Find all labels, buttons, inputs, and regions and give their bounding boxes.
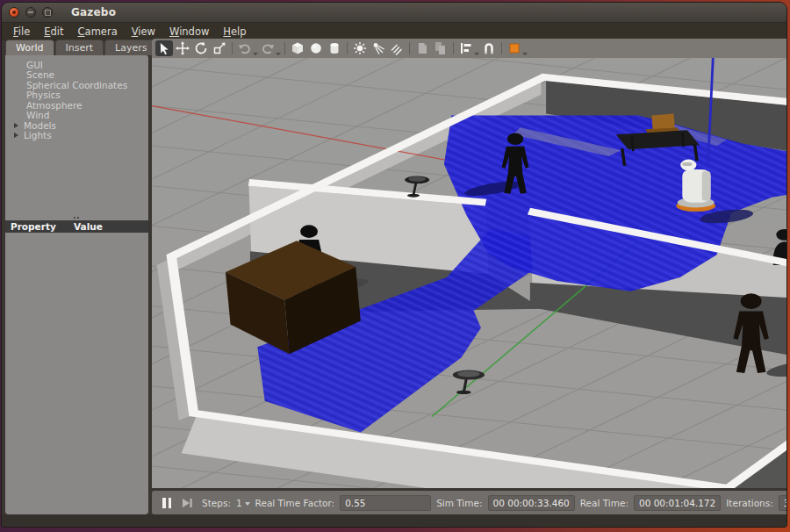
simulation-statusbar: Steps: 1 Real Time Factor: 0.55 Sim Time… — [152, 491, 786, 514]
property-table-body — [5, 233, 148, 514]
menu-edit[interactable]: Edit — [38, 25, 69, 39]
steps-spinner[interactable]: 1 — [236, 498, 250, 508]
value-column: Value — [74, 221, 103, 232]
property-column: Property — [5, 221, 74, 232]
tree-item-atmosphere[interactable]: Atmosphere — [5, 100, 148, 111]
steps-caret-icon[interactable] — [245, 502, 250, 506]
snap-tool-icon[interactable] — [480, 40, 498, 56]
tree-item-spherical-coordinates[interactable]: Spherical Coordinates — [5, 80, 148, 90]
real-time-value: 00 00:01:04.172 — [634, 495, 721, 511]
maximize-window-icon[interactable] — [42, 7, 53, 18]
expand-arrow-icon[interactable] — [14, 133, 18, 138]
property-table-header: Property Value — [5, 220, 148, 233]
rtf-value: 0.55 — [340, 495, 431, 511]
cylinder-tool-icon[interactable] — [326, 40, 343, 56]
minimize-window-icon[interactable] — [25, 7, 36, 18]
step-button[interactable] — [182, 498, 193, 508]
sim-time-label: Sim Time: — [436, 498, 482, 508]
menu-help[interactable]: Help — [217, 25, 252, 39]
align-caret[interactable] — [474, 53, 479, 55]
align-tool-icon[interactable] — [457, 40, 475, 56]
directional-light-tool-icon[interactable] — [388, 40, 406, 56]
point-light-tool-icon[interactable] — [351, 40, 369, 56]
menu-file[interactable]: File — [7, 25, 36, 39]
tab-world[interactable]: World — [5, 40, 54, 55]
iterations-value: 33460 — [779, 495, 786, 511]
select-tool-icon[interactable] — [155, 40, 173, 56]
menubar: File Edit Camera View Window Help — [2, 23, 786, 40]
window-bottom-edge — [2, 514, 786, 527]
tree-item-scene[interactable]: Scene — [5, 70, 148, 81]
scene-canvas[interactable] — [152, 58, 786, 488]
steps-label: Steps: — [202, 498, 231, 508]
menu-view[interactable]: View — [126, 25, 162, 39]
world-panel: World Insert Layers GUI Scene Spherical … — [2, 39, 150, 514]
tree-item-models[interactable]: Models — [5, 120, 148, 131]
tab-insert[interactable]: Insert — [55, 40, 104, 55]
close-window-icon[interactable] — [9, 7, 19, 18]
window-title: Gazebo — [71, 6, 116, 18]
tree-item-gui[interactable]: GUI — [5, 60, 148, 70]
gazebo-window: Gazebo File Edit Camera View Window Help… — [2, 3, 786, 527]
spot-light-tool-icon[interactable] — [370, 40, 387, 56]
iterations-label: Iterations: — [726, 498, 773, 508]
menu-window[interactable]: Window — [163, 25, 215, 39]
rotate-tool-icon[interactable] — [192, 40, 210, 56]
sphere-tool-icon[interactable] — [307, 40, 325, 56]
view-angle-caret[interactable] — [522, 53, 528, 55]
real-time-label: Real Time: — [580, 498, 628, 508]
tree-item-physics[interactable]: Physics — [5, 90, 148, 101]
toolbar — [152, 39, 786, 58]
world-tree: GUI Scene Spherical Coordinates Physics … — [5, 55, 148, 216]
render-viewport[interactable] — [152, 58, 786, 488]
redo-icon[interactable] — [259, 40, 276, 56]
copy-icon[interactable] — [413, 40, 431, 56]
titlebar: Gazebo — [2, 3, 786, 23]
panel-tabs: World Insert Layers — [5, 40, 148, 55]
sim-time-value: 00 00:00:33.460 — [488, 495, 575, 511]
tree-item-lights[interactable]: Lights — [5, 131, 148, 141]
box-tool-icon[interactable] — [289, 40, 306, 56]
expand-arrow-icon[interactable] — [14, 123, 18, 128]
scale-tool-icon[interactable] — [211, 40, 228, 56]
panel-splitter[interactable] — [5, 216, 148, 220]
paste-icon[interactable] — [432, 40, 449, 56]
translate-tool-icon[interactable] — [174, 40, 191, 56]
pause-button[interactable] — [159, 496, 175, 510]
tree-item-wind[interactable]: Wind — [5, 111, 148, 121]
rtf-label: Real Time Factor: — [255, 498, 335, 508]
view-angle-icon[interactable] — [506, 40, 523, 56]
menu-camera[interactable]: Camera — [72, 25, 124, 39]
undo-icon[interactable] — [236, 40, 254, 56]
